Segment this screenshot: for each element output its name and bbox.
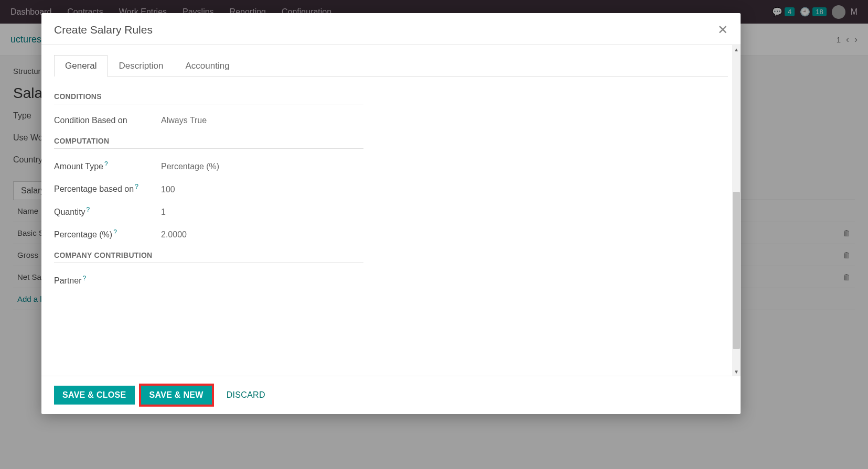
tab-accounting[interactable]: Accounting [175,55,241,77]
help-icon[interactable]: ? [82,275,86,282]
modal-body: General Description Accounting CONDITION… [41,45,741,376]
value-percentage[interactable]: 2.0000 [161,230,187,239]
field-quantity: Quantity? 1 [54,206,363,217]
tab-description[interactable]: Description [108,55,174,77]
label-quantity: Quantity? [54,206,161,217]
scroll-thumb[interactable] [733,192,740,349]
close-icon[interactable]: ✕ [717,23,728,37]
tab-general[interactable]: General [54,55,108,77]
label-amount-type: Amount Type? [54,160,161,171]
create-salary-rules-modal: Create Salary Rules ✕ General Descriptio… [41,13,741,414]
section-computation: COMPUTATION [54,137,363,149]
scrollbar[interactable]: ▲ ▼ [732,45,741,376]
modal-tabs: General Description Accounting [54,54,728,77]
help-icon[interactable]: ? [113,228,117,236]
value-condition-based-on[interactable]: Always True [161,116,207,125]
label-condition-based-on: Condition Based on [54,116,161,125]
save-new-button[interactable]: SAVE & NEW [141,386,212,405]
value-percentage-based-on[interactable]: 100 [161,185,175,194]
modal-title: Create Salary Rules [54,24,153,36]
field-condition-based-on: Condition Based on Always True [54,116,363,125]
scroll-down-arrow[interactable]: ▼ [732,367,741,376]
section-conditions: CONDITIONS [54,92,363,104]
field-percentage-based-on: Percentage based on? 100 [54,183,363,194]
save-close-button[interactable]: SAVE & CLOSE [54,386,135,405]
modal-footer: SAVE & CLOSE SAVE & NEW DISCARD [41,376,741,414]
field-percentage: Percentage (%)? 2.0000 [54,228,363,239]
help-icon[interactable]: ? [87,206,90,213]
modal-header: Create Salary Rules ✕ [41,13,741,45]
value-quantity[interactable]: 1 [161,208,166,217]
label-partner: Partner? [54,275,161,286]
value-amount-type[interactable]: Percentage (%) [161,162,219,171]
section-company-contribution: COMPANY CONTRIBUTION [54,251,363,263]
field-amount-type: Amount Type? Percentage (%) [54,160,363,171]
field-partner: Partner? [54,275,363,286]
scroll-up-arrow[interactable]: ▲ [732,45,741,53]
help-icon[interactable]: ? [135,183,138,190]
label-percentage: Percentage (%)? [54,228,161,239]
label-percentage-based-on: Percentage based on? [54,183,161,194]
help-icon[interactable]: ? [104,160,108,168]
discard-button[interactable]: DISCARD [218,386,274,405]
